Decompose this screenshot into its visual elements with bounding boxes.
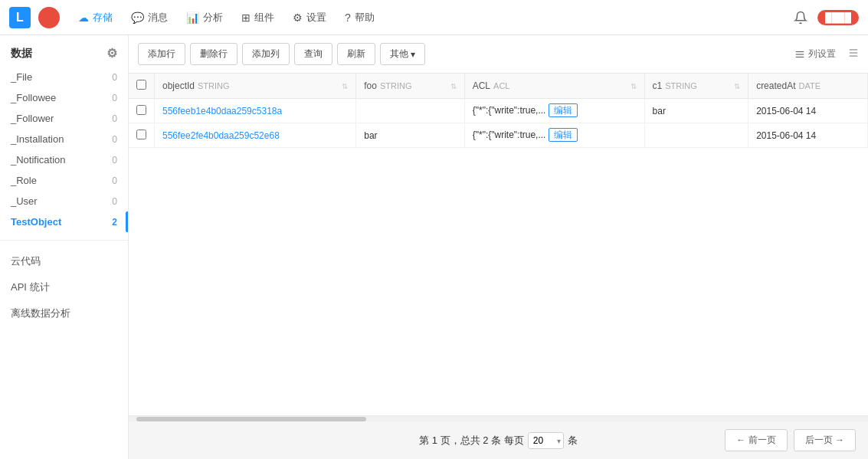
sidebar-item-follower-label: _Follower	[11, 113, 54, 124]
add-col-button[interactable]: 添加列	[242, 43, 290, 65]
row1-acl-value: {"*":{"write":true,...	[473, 105, 546, 116]
sidebar-item-offline-analysis[interactable]: 离线数据分析	[0, 300, 128, 326]
row2-acl-value: {"*":{"write":true,...	[473, 130, 546, 140]
sort-icon-c1[interactable]: ⇅	[734, 82, 740, 90]
user-menu[interactable]: ████	[817, 10, 859, 25]
sidebar-item-api-stats[interactable]: API 统计	[0, 274, 128, 300]
sidebar-cloudcode-label: 云代码	[11, 255, 41, 267]
sidebar: 数据 ⚙ _File 0 _Followee 0 _Follower 0 _In…	[0, 35, 129, 459]
top-nav: L ☁ 存储 💬 消息 📊 分析 ⊞ 组件 ⚙ 设置 ? 帮助 ████	[0, 0, 868, 35]
sidebar-item-cloudcode[interactable]: 云代码	[0, 248, 128, 274]
nav-settings[interactable]: ⚙ 设置	[285, 6, 334, 29]
layout: 数据 ⚙ _File 0 _Followee 0 _Follower 0 _In…	[0, 35, 868, 459]
sidebar-item-followee-label: _Followee	[11, 92, 56, 103]
sort-icon-objectid[interactable]: ⇅	[342, 82, 348, 90]
row1-checkbox-cell	[129, 99, 155, 123]
chart-icon: 📊	[186, 11, 199, 24]
avatar-wrap	[38, 7, 60, 28]
th-c1-type: STRING	[665, 81, 697, 90]
sidebar-item-follower-count: 0	[112, 113, 117, 124]
row1-createdat: 2015-06-04 14	[748, 99, 868, 123]
row2-acl-edit-button[interactable]: 编辑	[549, 128, 578, 142]
nav-right: ████	[790, 7, 859, 28]
sidebar-item-notification[interactable]: _Notification 0	[0, 149, 128, 170]
dropdown-arrow-icon: ▾	[411, 49, 415, 60]
row1-acl-edit-button[interactable]: 编辑	[549, 103, 578, 117]
avatar	[38, 7, 60, 28]
sidebar-api-stats-label: API 统计	[11, 281, 50, 293]
row2-c1[interactable]	[644, 123, 748, 148]
nav-component[interactable]: ⊞ 组件	[234, 6, 282, 29]
pagination-nav: ← 前一页 后一页 →	[578, 429, 856, 451]
row2-checkbox[interactable]	[136, 130, 146, 139]
pagination-unit: 条	[568, 434, 578, 448]
th-objectid-type: STRING	[198, 81, 230, 90]
next-page-button[interactable]: 后一页 →	[794, 429, 856, 451]
table-row: 556fee2fe4b0daa259c52e68 bar {"*":{"writ…	[129, 123, 868, 148]
sidebar-item-testobject[interactable]: TestObject 2	[0, 211, 128, 232]
nav-help[interactable]: ? 帮助	[337, 6, 382, 29]
sidebar-item-installation[interactable]: _Installation 0	[0, 129, 128, 149]
sidebar-item-user-label: _User	[11, 195, 38, 207]
th-objectid-label: objectId	[162, 80, 195, 91]
sidebar-item-followee[interactable]: _Followee 0	[0, 87, 128, 108]
notification-bell[interactable]	[790, 7, 811, 28]
sidebar-item-file-count: 0	[112, 72, 117, 83]
sidebar-item-user-count: 0	[112, 196, 117, 207]
th-createdat: createdAt DATE	[748, 74, 868, 99]
table-row: 556feeb1e4b0daa259c5318a {"*":{"write":t…	[129, 99, 868, 123]
sidebar-item-installation-label: _Installation	[11, 133, 64, 145]
th-acl: ACL ACL ⇅	[464, 74, 644, 99]
row2-checkbox-cell	[129, 123, 155, 148]
th-foo: foo STRING ⇅	[356, 74, 465, 99]
sidebar-item-installation-count: 0	[112, 134, 117, 145]
refresh-button[interactable]: 刷新	[337, 43, 375, 65]
sort-icon-acl[interactable]: ⇅	[631, 82, 637, 90]
sidebar-item-testobject-label: TestObject	[11, 216, 61, 228]
sidebar-section-data: 数据 ⚙	[0, 35, 128, 67]
sidebar-item-role-label: _Role	[11, 175, 37, 186]
message-icon: 💬	[131, 11, 144, 24]
sidebar-offline-analysis-label: 离线数据分析	[11, 307, 70, 319]
other-button[interactable]: 其他 ▾	[380, 43, 425, 65]
th-checkbox	[129, 74, 155, 99]
sidebar-item-role[interactable]: _Role 0	[0, 170, 128, 191]
gear-icon: ⚙	[293, 11, 303, 24]
row1-c1[interactable]: bar	[644, 99, 748, 123]
nav-help-label: 帮助	[355, 11, 375, 25]
table-menu-icon[interactable]	[848, 48, 859, 61]
row2-objectid-link[interactable]: 556fee2fe4b0daa259c52e68	[162, 130, 280, 141]
row2-objectid: 556fee2fe4b0daa259c52e68	[155, 123, 356, 148]
prev-page-button[interactable]: ← 前一页	[725, 429, 787, 451]
row1-objectid-link[interactable]: 556feeb1e4b0daa259c5318a	[162, 106, 282, 116]
query-button[interactable]: 查询	[294, 43, 332, 65]
table-horizontal-scrollbar[interactable]	[129, 415, 868, 421]
row1-checkbox[interactable]	[136, 105, 146, 115]
pagination: 第 1 页，总共 2 条 每页 20 50 100 条 ← 前一页 后一页 →	[129, 421, 868, 459]
delete-row-button[interactable]: 删除行	[190, 43, 237, 65]
sidebar-item-follower[interactable]: _Follower 0	[0, 108, 128, 129]
per-page-select[interactable]: 20 50 100	[528, 432, 564, 449]
col-settings-button[interactable]: 列设置	[788, 44, 842, 64]
th-objectid: objectId STRING ⇅	[155, 74, 356, 99]
nav-storage[interactable]: ☁ 存储	[70, 6, 120, 29]
pagination-center: 第 1 页，总共 2 条 每页 20 50 100 条	[419, 432, 578, 449]
sidebar-data-title: 数据	[11, 47, 32, 61]
sidebar-item-file-label: _File	[11, 71, 32, 83]
data-table-wrap: objectId STRING ⇅ foo STRING ⇅	[129, 74, 868, 415]
nav-analysis-label: 分析	[203, 11, 223, 25]
row1-acl: {"*":{"write":true,... 编辑	[464, 99, 644, 123]
select-all-checkbox[interactable]	[136, 80, 146, 90]
nav-message[interactable]: 💬 消息	[123, 6, 175, 29]
row2-foo[interactable]: bar	[356, 123, 465, 148]
th-foo-type: STRING	[380, 81, 412, 90]
scrollbar-thumb[interactable]	[136, 417, 366, 421]
sidebar-gear-icon[interactable]: ⚙	[106, 46, 117, 61]
row1-foo[interactable]	[356, 99, 465, 123]
nav-analysis[interactable]: 📊 分析	[179, 6, 231, 29]
add-row-button[interactable]: 添加行	[138, 43, 185, 65]
data-table: objectId STRING ⇅ foo STRING ⇅	[129, 74, 868, 148]
sidebar-item-user[interactable]: _User 0	[0, 191, 128, 211]
sidebar-item-file[interactable]: _File 0	[0, 67, 128, 87]
sort-icon-foo[interactable]: ⇅	[450, 82, 457, 90]
